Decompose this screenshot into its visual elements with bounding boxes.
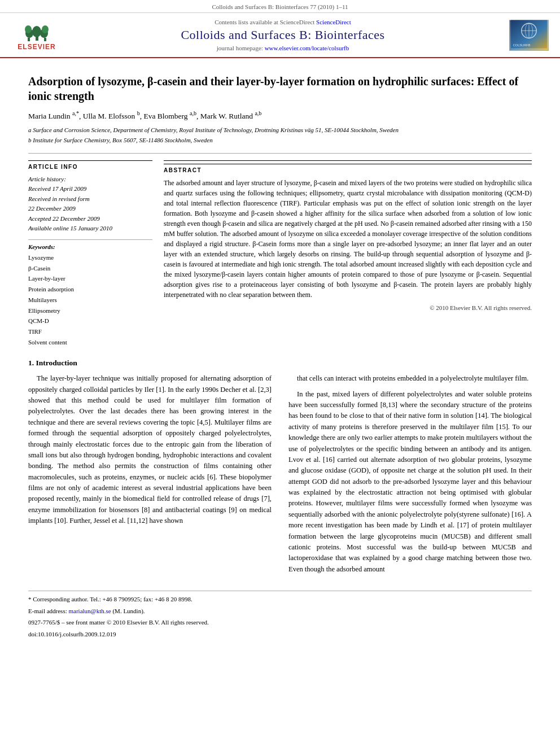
footer-email-link[interactable]: marialun@kth.se [68,608,111,614]
revised-label: Received in revised form [28,194,152,204]
svg-point-4 [25,25,32,33]
intro-left: The layer-by-layer technique was initial… [28,373,272,579]
intro-paragraph-2: that cells can interact with proteins em… [288,373,532,384]
authors-line: Maria Lundin a,*, Ulla M. Elofsson b, Ev… [28,110,532,121]
affiliations: a Surface and Corrosion Science, Departm… [28,125,532,145]
main-content: Adsorption of lysozyme, β-casein and the… [0,58,560,652]
svg-point-1 [32,26,41,37]
keyword-item: Layer-by-layer [28,273,152,284]
sciencedirect-link[interactable]: ScienceDirect [316,19,351,25]
keyword-item: Ellipsometry [28,305,152,316]
journal-issue-ref: Colloids and Surfaces B: Biointerfaces 7… [212,3,348,10]
svg-text:COLSURFB: COLSURFB [513,43,531,46]
article-info-abstract: ARTICLE INFO Article history: Received 1… [28,160,532,348]
footer-doi: doi:10.1016/j.colsurfb.2009.12.019 [28,630,532,640]
intro-paragraph-1: The layer-by-layer technique was initial… [28,373,272,526]
footer-corresponding-text: * Corresponding author. Tel.: +46 8 7909… [28,596,193,602]
footer-email-label: E-mail address: [28,608,67,614]
available-date: Available online 15 January 2010 [28,224,152,234]
article-title: Adsorption of lysozyme, β-casein and the… [28,74,532,103]
journal-homepage-link[interactable]: www.elsevier.com/locate/colsurfb [265,45,349,51]
intro-two-col: The layer-by-layer technique was initial… [28,373,532,579]
footer-section: * Corresponding author. Tel.: +46 8 7909… [28,591,532,639]
keyword-item: Solvent content [28,337,152,348]
accepted-date: Accepted 22 December 2009 [28,214,152,224]
elsevier-text: ELSEVIER [18,43,55,51]
intro-heading: 1. Introduction [28,359,532,368]
abstract-label: ABSTRACT [164,164,532,173]
elsevier-logo: ELSEVIER [11,19,62,51]
article-history: Article history: Received 17 April 2009 … [28,174,152,234]
elsevier-tree-icon [21,19,53,42]
revised-date: 22 December 2009 [28,204,152,214]
keyword-item: Multilayers [28,295,152,305]
svg-rect-6 [28,38,30,41]
journal-logo-box: COLSURFB [509,20,549,51]
journal-header-center: Contents lists available at ScienceDirec… [62,19,504,51]
received-date: Received 17 April 2009 [28,184,152,194]
keyword-item: Lysozyme [28,252,152,263]
intro-paragraph-3: In the past, mixed layers of different p… [288,389,532,575]
keywords-title: Keywords: [28,243,152,250]
sciencedirect-note: Contents lists available at ScienceDirec… [62,19,504,25]
footer-email-suffix: (M. Lundin). [112,608,145,614]
left-column: ARTICLE INFO Article history: Received 1… [28,160,152,348]
intro-right: that cells can interact with proteins em… [288,373,532,579]
footer-corresponding: * Corresponding author. Tel.: +46 8 7909… [28,595,532,605]
introduction-section: 1. Introduction The layer-by-layer techn… [28,359,532,579]
top-bar: Colloids and Surfaces B: Biointerfaces 7… [0,0,560,13]
journal-header: ELSEVIER Contents lists available at Sci… [0,13,560,58]
footer-email: E-mail address: marialun@kth.se (M. Lund… [28,606,532,617]
keyword-item: β-Casein [28,263,152,274]
keyword-item: QCM-D [28,316,152,326]
keyword-item: TIRF [28,326,152,337]
copyright-line: © 2010 Elsevier B.V. All rights reserved… [164,304,532,311]
affiliation-a: a Surface and Corrosion Science, Departm… [28,125,532,135]
abstract-section: ABSTRACT The adsorbed amount and layer s… [164,160,532,311]
journal-title: Colloids and Surfaces B: Biointerfaces [62,28,504,42]
divider [28,153,532,154]
affiliation-b: b Institute for Surface Chemistry, Box 5… [28,136,532,145]
footer-issn: 0927-7765/$ – see front matter © 2010 El… [28,618,532,628]
keywords-section: Keywords: Lysozymeβ-CaseinLayer-by-layer… [28,239,152,347]
keywords-list: Lysozymeβ-CaseinLayer-by-layerProtein ad… [28,252,152,347]
svg-rect-7 [44,38,46,41]
right-column: ABSTRACT The adsorbed amount and layer s… [164,160,532,348]
svg-point-5 [42,25,49,33]
keyword-item: Protein adsorption [28,284,152,295]
journal-logo-right: COLSURFB [504,20,549,51]
article-info-label: ARTICLE INFO [28,160,152,170]
journal-homepage: journal homepage: www.elsevier.com/locat… [62,45,504,51]
history-label: Article history: [28,174,152,185]
abstract-text: The adsorbed amount and layer structure … [164,178,532,300]
journal-logo-image: COLSURFB [511,19,547,49]
